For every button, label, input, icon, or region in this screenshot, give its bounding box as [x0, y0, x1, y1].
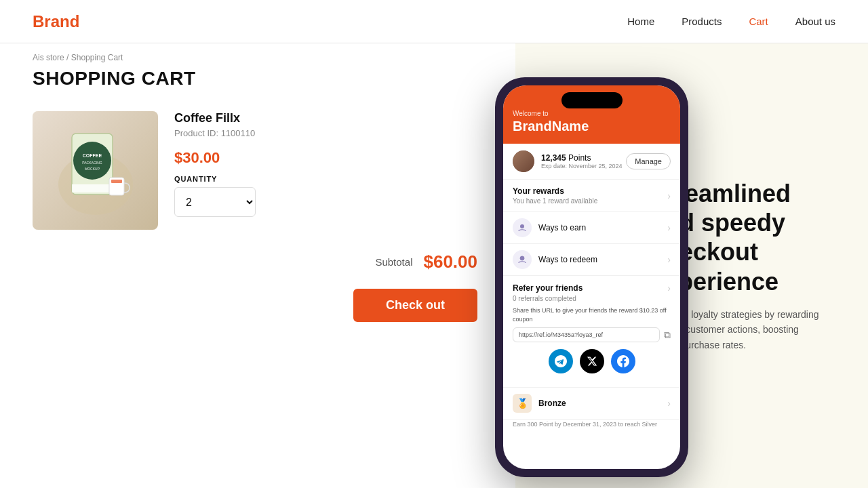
- points-row: 12,345 Points Exp date: November 25, 202…: [503, 144, 680, 180]
- product-illustration: COFFEE PACKAGING MOCKUP: [41, 117, 150, 225]
- breadcrumb-separator: /: [66, 53, 68, 62]
- rewards-content: Your rewards You have 1 reward available: [513, 186, 597, 205]
- x-button[interactable]: [580, 349, 604, 373]
- bronze-arrow: ›: [667, 398, 671, 409]
- breadcrumb-store: Ais store: [33, 53, 64, 62]
- facebook-button[interactable]: [611, 349, 635, 373]
- left-panel: Ais store / Shopping Cart SHOPPING CART …: [0, 43, 515, 488]
- subtotal-amount: $60.00: [423, 251, 477, 272]
- svg-text:MOCKUP: MOCKUP: [85, 167, 100, 171]
- dynamic-island: [561, 92, 623, 108]
- bronze-progress-text: Earn 300 Point by December 31, 2023 to r…: [503, 420, 680, 433]
- quantity-select[interactable]: 1 2 3 4 5: [174, 187, 256, 217]
- subtotal-label: Subtotal: [375, 256, 412, 268]
- refer-url-input[interactable]: [513, 327, 660, 342]
- refer-url-row: ⧉: [513, 327, 671, 342]
- svg-rect-6: [72, 184, 113, 192]
- refer-sub: 0 referrals completed: [513, 295, 671, 302]
- social-row: [513, 342, 671, 380]
- breadcrumb-page: Shopping Cart: [71, 53, 123, 62]
- phone-body: 12,345 Points Exp date: November 25, 202…: [503, 144, 680, 466]
- ways-to-earn-item[interactable]: Ways to earn ›: [503, 212, 680, 244]
- svg-text:PACKAGING: PACKAGING: [82, 161, 102, 165]
- page-title: SHOPPING CART: [33, 68, 483, 89]
- phone-brand-name: BrandName: [513, 119, 671, 134]
- ways-to-redeem-item[interactable]: Ways to redeem ›: [503, 244, 680, 276]
- avatar-image: [513, 150, 534, 172]
- nav-about[interactable]: About us: [795, 16, 835, 27]
- phone-welcome-text: Welcome to: [513, 110, 671, 117]
- cart-item: COFFEE PACKAGING MOCKUP Coffee Fillx Pro…: [33, 111, 483, 230]
- bronze-label: Bronze: [538, 399, 667, 408]
- product-name: Coffee Fillx: [174, 111, 483, 125]
- nav: Home Products Cart About us: [627, 16, 835, 27]
- points-info: 12,345 Points Exp date: November 25, 202…: [541, 153, 626, 169]
- earn-arrow: ›: [667, 222, 671, 233]
- avatar: [513, 150, 534, 172]
- manage-button[interactable]: Manage: [626, 153, 671, 169]
- nav-home[interactable]: Home: [627, 16, 654, 27]
- breadcrumb: Ais store / Shopping Cart: [33, 43, 483, 68]
- product-image-inner: COFFEE PACKAGING MOCKUP: [33, 111, 158, 230]
- copy-icon[interactable]: ⧉: [664, 329, 671, 341]
- product-image: COFFEE PACKAGING MOCKUP: [33, 111, 158, 230]
- bronze-tier-row[interactable]: 🏅 Bronze ›: [503, 388, 680, 420]
- cart-footer: Subtotal $60.00 Check out: [33, 251, 483, 322]
- redeem-arrow: ›: [667, 254, 671, 265]
- rewards-title: Your rewards: [513, 186, 597, 196]
- earn-icon: [513, 218, 532, 237]
- telegram-button[interactable]: [549, 349, 573, 373]
- refer-title: Refer your friends: [513, 283, 583, 293]
- refer-arrow: ›: [667, 283, 671, 293]
- header: Brand Home Products Cart About us: [0, 0, 868, 43]
- svg-point-10: [520, 256, 524, 260]
- product-id: Product ID: 1100110: [174, 128, 483, 138]
- ways-to-earn-label: Ways to earn: [538, 223, 667, 232]
- svg-point-9: [520, 224, 524, 228]
- checkout-button[interactable]: Check out: [353, 289, 477, 322]
- redeem-icon: [513, 250, 532, 269]
- svg-rect-8: [111, 180, 122, 183]
- points-value: 12,345 Points: [541, 153, 626, 163]
- phone-outer: Welcome to BrandName 12,345 Points: [495, 77, 688, 477]
- refer-section: Refer your friends › 0 referrals complet…: [503, 276, 680, 388]
- bronze-icon: 🏅: [513, 394, 532, 413]
- points-expiry: Exp date: November 25, 2024: [541, 163, 626, 169]
- rewards-sub: You have 1 reward available: [513, 197, 597, 205]
- right-panel: Welcome to BrandName 12,345 Points: [515, 43, 868, 488]
- rewards-row: Your rewards You have 1 reward available…: [513, 186, 671, 205]
- svg-text:COFFEE: COFFEE: [82, 153, 102, 158]
- refer-title-row: Refer your friends ›: [513, 283, 671, 293]
- product-price: $30.00: [174, 149, 483, 167]
- ways-to-redeem-label: Ways to redeem: [538, 255, 667, 264]
- subtotal-row: Subtotal $60.00: [375, 251, 477, 272]
- phone-mockup: Welcome to BrandName 12,345 Points: [495, 77, 688, 477]
- nav-cart[interactable]: Cart: [749, 16, 768, 27]
- nav-products[interactable]: Products: [682, 16, 722, 27]
- phone-inner: Welcome to BrandName 12,345 Points: [503, 85, 680, 469]
- main-layout: Ais store / Shopping Cart SHOPPING CART …: [0, 43, 868, 488]
- product-details: Coffee Fillx Product ID: 1100110 $30.00 …: [174, 111, 483, 217]
- brand-logo[interactable]: Brand: [33, 12, 79, 31]
- rewards-arrow: ›: [667, 190, 671, 201]
- refer-share-text: Share this URL to give your friends the …: [513, 306, 671, 323]
- quantity-label: QUANTITY: [174, 175, 483, 183]
- rewards-section[interactable]: Your rewards You have 1 reward available…: [503, 180, 680, 212]
